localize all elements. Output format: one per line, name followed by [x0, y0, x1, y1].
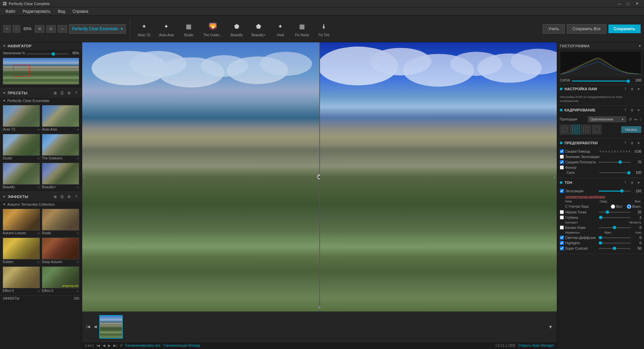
- list-item[interactable]: Autumn Leaves☆: [3, 209, 40, 236]
- light-diffusion-checkbox[interactable]: [560, 236, 564, 240]
- crop-header[interactable]: КАДРИРОВАНИЕ ? ⚙ ▼: [557, 106, 644, 114]
- film-prev-status[interactable]: ◀: [103, 344, 105, 347]
- preset-btn-beautify[interactable]: ⬟ Beautify: [227, 19, 247, 38]
- filmstrip-toggle[interactable]: ▼: [317, 305, 322, 310]
- start-crop-button[interactable]: Начать: [621, 126, 641, 133]
- titlebar-controls[interactable]: — □ ✕: [615, 0, 641, 7]
- preset-btn-studio[interactable]: ▦ Studio: [178, 19, 199, 38]
- filter-strength-slider[interactable]: [599, 172, 631, 173]
- film-last-status[interactable]: ▶|: [113, 344, 117, 347]
- preset-btn-beautify-plus[interactable]: ⬟ Beautify+: [248, 19, 269, 38]
- presets-header[interactable]: ▼ ПРЕСЕТЫ ⊞ ☰ ⚙ ?: [0, 88, 82, 98]
- effects-help[interactable]: ?: [73, 194, 79, 200]
- skin-balance-slider[interactable]: [599, 227, 631, 228]
- quick-help-checkbox[interactable]: [560, 149, 564, 153]
- list-item[interactable]: Studio☆: [3, 134, 40, 161]
- effects-settings[interactable]: ⚙: [66, 194, 72, 200]
- star-icon[interactable]: ☆: [37, 128, 40, 131]
- light-diffusion-slider[interactable]: [599, 237, 631, 238]
- effects-header[interactable]: ▼ ЭФФЕКТЫ ⊞ ☰ ⚙ ?: [0, 192, 82, 201]
- face-off-radio[interactable]: [627, 204, 631, 209]
- proportion-swap[interactable]: ⇔: [634, 117, 637, 122]
- raw-settings-header[interactable]: НАСТРОЙКА RAW ? ⚙ ▼: [557, 85, 644, 93]
- star-icon[interactable]: ☆: [76, 232, 79, 235]
- preset-btn-iauto21[interactable]: ✦ iAuto '21: [134, 19, 154, 38]
- list-item[interactable]: prog-top.net Effect 6☆: [42, 266, 79, 293]
- zoom-slider[interactable]: [26, 53, 68, 54]
- crop-grid-btn-3[interactable]: [581, 125, 591, 134]
- medium-density-slider[interactable]: [599, 162, 631, 163]
- raw-chevron[interactable]: ▼: [636, 86, 641, 92]
- crop-grid-btn-2[interactable]: [571, 125, 580, 134]
- tone-header[interactable]: ТОН ? ⚙ ▼: [557, 178, 644, 187]
- presets-settings[interactable]: ⚙: [66, 90, 72, 96]
- highlights-checkbox[interactable]: [560, 241, 564, 245]
- filter-checkbox[interactable]: [560, 165, 564, 169]
- crop-help[interactable]: ?: [623, 107, 628, 113]
- list-item[interactable]: Beautify+☆: [42, 163, 79, 190]
- list-item[interactable]: The Outdoors☆: [42, 134, 79, 161]
- fit-button[interactable]: ⊞: [35, 25, 44, 33]
- crop-settings[interactable]: ⚙: [629, 107, 635, 113]
- proportion-reset[interactable]: ↺: [629, 117, 632, 122]
- face-on-radio[interactable]: [611, 204, 615, 209]
- exposure-value-checkbox[interactable]: [560, 155, 564, 159]
- subtract-button[interactable]: −: [13, 25, 20, 33]
- effects-list-view[interactable]: ☰: [59, 194, 65, 200]
- effects-section-label[interactable]: ▼ Autumn Terracotta Collection: [0, 201, 82, 207]
- star-icon[interactable]: ☆: [76, 128, 79, 131]
- scroll-right-button[interactable]: ›: [553, 173, 555, 181]
- presets-section-label[interactable]: ▼ Perfectly Clear Essentials: [0, 98, 82, 104]
- crop-chevron[interactable]: ▼: [636, 107, 641, 113]
- list-item[interactable]: Rustic☆: [42, 209, 79, 236]
- strength-slider[interactable]: [572, 81, 630, 82]
- menu-view[interactable]: Вид: [54, 8, 68, 14]
- star-icon[interactable]: ☆: [37, 157, 40, 160]
- preprocessing-header[interactable]: ПРЕДОБРАБОТКИ ? ⚙ ▼: [557, 139, 644, 147]
- film-first-button[interactable]: |◀: [85, 323, 91, 330]
- navigator-header[interactable]: ▼ НАВИГАТОР: [0, 42, 82, 50]
- preset-btn-fix-tint[interactable]: 🌡 Fix Tint: [314, 19, 334, 38]
- sync-all-label[interactable]: Синхронизировать все: [125, 344, 161, 347]
- menu-help[interactable]: Справка: [69, 8, 92, 14]
- film-collapse-arrow[interactable]: ▼: [547, 323, 554, 331]
- list-item[interactable]: Effect 5☆: [3, 266, 40, 293]
- film-prev-button[interactable]: ◀: [93, 323, 98, 330]
- tone-settings[interactable]: ⚙: [629, 180, 635, 185]
- list-item[interactable]: Golden☆: [3, 238, 40, 264]
- super-contrast-slider[interactable]: [599, 248, 631, 249]
- tone-help[interactable]: ?: [623, 180, 628, 185]
- presets-grid-view[interactable]: ⊞: [52, 90, 58, 96]
- raw-settings[interactable]: ⚙: [629, 86, 635, 92]
- preset-selector[interactable]: Perfectly Clear Essentials ▾: [69, 24, 126, 34]
- list-item[interactable]: Beautify☆: [3, 163, 40, 190]
- preset-btn-iauto-asia[interactable]: ✦ iAuto Asia: [156, 19, 177, 38]
- super-contrast-checkbox[interactable]: [560, 246, 564, 250]
- crop-grid-btn-1[interactable]: [560, 125, 569, 134]
- preprocessing-help[interactable]: ?: [623, 140, 628, 146]
- star-icon[interactable]: ☆: [37, 186, 40, 189]
- raw-help[interactable]: ?: [623, 86, 628, 92]
- exposure-slider[interactable]: [599, 191, 631, 192]
- histogram-header[interactable]: ГИСТОГРАММА ▼: [557, 42, 644, 50]
- effects-grid-view[interactable]: ⊞: [52, 194, 58, 200]
- save-button[interactable]: Сохранить: [608, 24, 641, 33]
- close-button[interactable]: ✕: [633, 0, 641, 7]
- depth-checkbox[interactable]: [560, 215, 564, 219]
- list-item[interactable]: iAuto Asia☆: [42, 105, 79, 132]
- menu-edit[interactable]: Редактировать: [19, 8, 54, 14]
- list-item[interactable]: Deep Autumn☆: [42, 238, 79, 264]
- learn-button[interactable]: Учить: [543, 24, 565, 34]
- preprocessing-settings[interactable]: ⚙: [629, 140, 635, 146]
- presets-help[interactable]: ?: [73, 90, 79, 96]
- list-item[interactable]: iAuto '21☆: [3, 105, 40, 132]
- apps-manager-link[interactable]: Открыть Apps Manager: [518, 344, 554, 347]
- tone-chevron[interactable]: ▼: [636, 180, 641, 185]
- star-icon[interactable]: ☆: [76, 186, 79, 189]
- skin-balance-checkbox[interactable]: [560, 226, 564, 230]
- preprocessing-chevron[interactable]: ▼: [636, 140, 641, 146]
- minimize-button[interactable]: —: [615, 0, 624, 7]
- maximize-button[interactable]: □: [624, 0, 633, 7]
- zoom-fit-button[interactable]: □: [58, 25, 67, 33]
- proportion-flip[interactable]: ↕: [639, 117, 641, 122]
